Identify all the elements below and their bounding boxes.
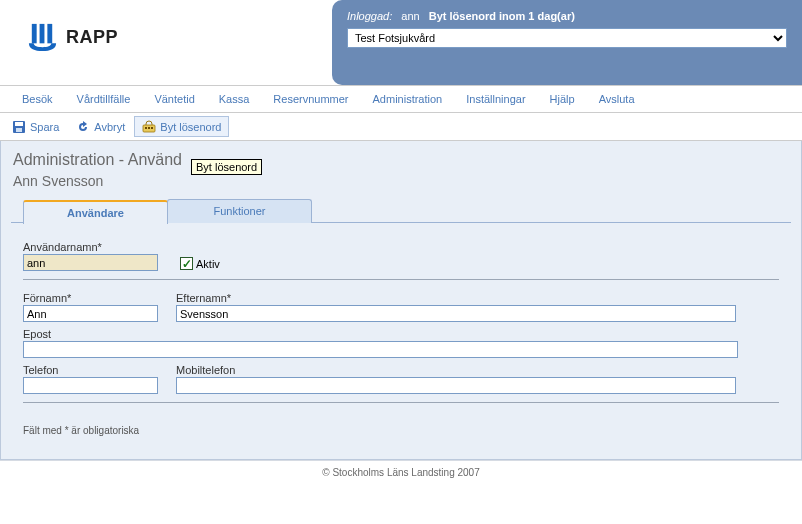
email-field-wrap: Epost	[23, 328, 738, 358]
required-fields-note: Fält med * är obligatoriska	[23, 425, 779, 436]
logo-icon	[25, 20, 60, 55]
toolbar: Spara Avbryt Byt lösenord	[0, 113, 802, 141]
menu-installningar[interactable]: Inställningar	[454, 86, 537, 112]
mobile-label: Mobiltelefon	[176, 364, 736, 376]
tab-users[interactable]: Användare	[23, 200, 168, 224]
header-info-panel: Inloggad: ann Byt lösenord inom 1 dag(ar…	[332, 0, 802, 85]
menu-reservnummer[interactable]: Reservnummer	[261, 86, 360, 112]
checkbox-checked-icon: ✓	[180, 257, 193, 270]
svg-rect-2	[16, 128, 22, 132]
logo-area: RAPP	[0, 0, 118, 55]
save-button[interactable]: Spara	[4, 116, 66, 137]
mobile-input[interactable]	[176, 377, 736, 394]
lastname-label: Efternamn*	[176, 292, 736, 304]
main-menu: Besök Vårdtillfälle Väntetid Kassa Reser…	[0, 85, 802, 113]
svg-rect-4	[145, 127, 147, 129]
user-form: Användarnamn* ✓ Aktiv Förnamn* Efternamn…	[11, 223, 791, 444]
username-label: Användarnamn*	[23, 241, 158, 253]
tooltip: Byt lösenord	[191, 159, 262, 175]
logo-text: RAPP	[66, 27, 118, 48]
tab-strip: Användare Funktioner	[23, 199, 791, 223]
lastname-field-wrap: Efternamn*	[176, 292, 736, 322]
cancel-button[interactable]: Avbryt	[68, 116, 132, 137]
menu-vantetid[interactable]: Väntetid	[142, 86, 206, 112]
active-checkbox-wrap[interactable]: ✓ Aktiv	[180, 257, 220, 271]
page-title: Administration - Använd	[13, 151, 791, 169]
svg-rect-5	[148, 127, 150, 129]
organization-select[interactable]: Test Fotsjukvård	[347, 28, 787, 48]
menu-vardtillfalle[interactable]: Vårdtillfälle	[65, 86, 143, 112]
firstname-field-wrap: Förnamn*	[23, 292, 158, 322]
separator	[23, 402, 779, 403]
content-area: Administration - Använd Byt lösenord Ann…	[0, 141, 802, 460]
email-input[interactable]	[23, 341, 738, 358]
email-label: Epost	[23, 328, 738, 340]
mobile-field-wrap: Mobiltelefon	[176, 364, 736, 394]
menu-besok[interactable]: Besök	[10, 86, 65, 112]
firstname-label: Förnamn*	[23, 292, 158, 304]
phone-field-wrap: Telefon	[23, 364, 158, 394]
svg-rect-6	[151, 127, 153, 129]
menu-hjalp[interactable]: Hjälp	[538, 86, 587, 112]
separator	[23, 279, 779, 280]
active-label: Aktiv	[196, 258, 220, 270]
logged-in-user: ann	[401, 10, 419, 22]
menu-administration[interactable]: Administration	[361, 86, 455, 112]
login-status: Inloggad: ann Byt lösenord inom 1 dag(ar…	[347, 10, 787, 22]
page-subtitle: Ann Svensson	[13, 173, 791, 189]
firstname-input[interactable]	[23, 305, 158, 322]
tab-functions[interactable]: Funktioner	[167, 199, 312, 223]
undo-icon	[75, 119, 90, 134]
save-icon	[11, 119, 26, 134]
menu-kassa[interactable]: Kassa	[207, 86, 262, 112]
password-warning: Byt lösenord inom 1 dag(ar)	[429, 10, 575, 22]
key-icon	[141, 119, 156, 134]
app-header: RAPP Inloggad: ann Byt lösenord inom 1 d…	[0, 0, 802, 85]
footer: © Stockholms Läns Landsting 2007	[0, 460, 802, 484]
save-label: Spara	[30, 121, 59, 133]
svg-rect-1	[15, 122, 23, 126]
phone-label: Telefon	[23, 364, 158, 376]
username-field-wrap: Användarnamn*	[23, 241, 158, 271]
menu-avsluta[interactable]: Avsluta	[587, 86, 647, 112]
lastname-input[interactable]	[176, 305, 736, 322]
logged-in-label: Inloggad:	[347, 10, 392, 22]
change-password-label: Byt lösenord	[160, 121, 221, 133]
phone-input[interactable]	[23, 377, 158, 394]
cancel-label: Avbryt	[94, 121, 125, 133]
username-input[interactable]	[23, 254, 158, 271]
change-password-button[interactable]: Byt lösenord	[134, 116, 228, 137]
